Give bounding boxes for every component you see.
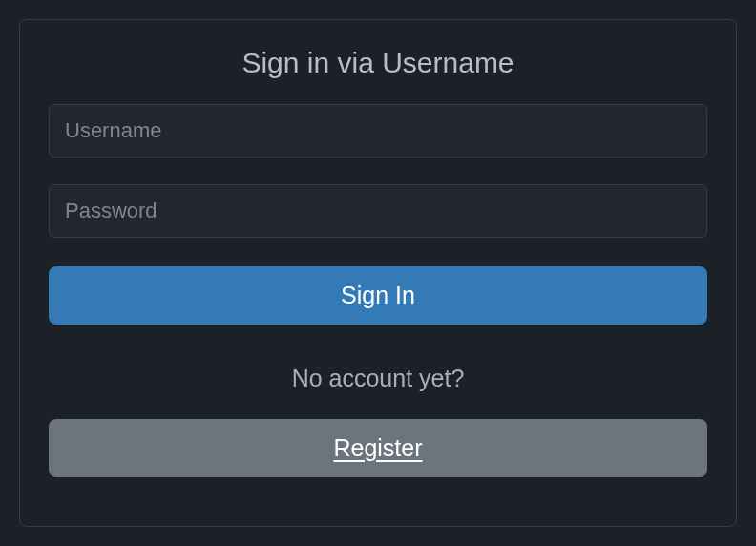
username-input[interactable] (49, 104, 707, 158)
password-input[interactable] (49, 184, 707, 238)
login-title: Sign in via Username (49, 47, 707, 79)
no-account-text: No account yet? (49, 365, 707, 392)
signin-button[interactable]: Sign In (49, 266, 707, 325)
register-button[interactable]: Register (49, 419, 707, 477)
login-card: Sign in via Username Sign In No account … (19, 19, 737, 527)
